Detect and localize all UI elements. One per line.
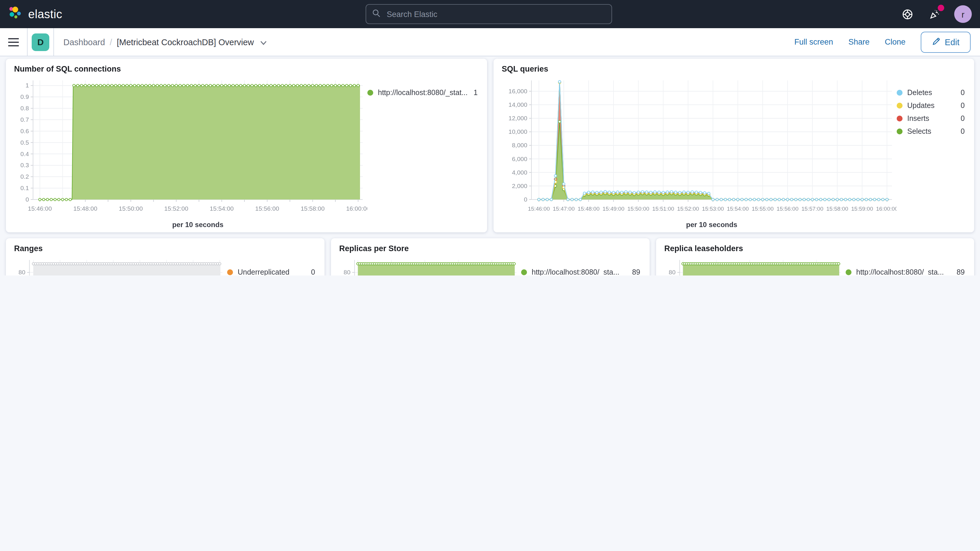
newsfeed-icon[interactable]	[927, 7, 941, 21]
legend-label[interactable]: Inserts	[907, 115, 929, 123]
svg-text:per 10 seconds: per 10 seconds	[686, 221, 737, 229]
svg-text:16,000: 16,000	[509, 88, 527, 94]
full-screen-button[interactable]: Full screen	[794, 38, 833, 46]
elastic-logo-icon	[8, 6, 23, 22]
panel-title: Number of SQL connections	[14, 65, 479, 73]
legend-label[interactable]: Selects	[907, 127, 931, 135]
svg-text:15:46:00: 15:46:00	[528, 205, 550, 212]
dashboard-panel: Replica leaseholders 0102030405060708015…	[656, 238, 974, 276]
chart[interactable]: 0102030405060708015:46:0015:48:0015:50:0…	[14, 254, 227, 276]
chart[interactable]: 00.10.20.30.40.50.60.70.80.9115:46:0015:…	[14, 75, 368, 231]
svg-text:15:48:00: 15:48:00	[578, 205, 600, 212]
panel-body: 0102030405060708015:46:0015:49:0015:52:0…	[339, 254, 641, 276]
panel-title: Replicas per Store	[339, 244, 641, 253]
svg-text:15:58:00: 15:58:00	[301, 205, 325, 212]
top-navbar: elastic	[0, 0, 980, 28]
svg-text:15:57:00: 15:57:00	[801, 205, 823, 212]
svg-text:15:46:00: 15:46:00	[28, 205, 52, 212]
panel-row-2: Ranges 0102030405060708015:46:0015:48:00…	[6, 238, 974, 276]
svg-text:15:47:00: 15:47:00	[553, 205, 575, 212]
chart[interactable]: 0102030405060708015:46:0015:49:0015:52:0…	[664, 254, 846, 276]
legend-item[interactable]: Deletes0	[897, 86, 966, 99]
chart-legend: http://localhost:8080/_sta...89	[521, 254, 641, 276]
legend-item[interactable]: http://localhost:8080/_stat...1	[368, 86, 479, 99]
panel-title: Replica leaseholders	[664, 244, 966, 253]
menu-icon[interactable]	[0, 28, 27, 56]
svg-text:0: 0	[25, 196, 29, 203]
svg-text:15:48:00: 15:48:00	[73, 205, 97, 212]
share-button[interactable]: Share	[848, 38, 869, 46]
svg-text:15:54:00: 15:54:00	[727, 205, 749, 212]
legend-label[interactable]: http://localhost:8080/_sta...	[532, 268, 619, 276]
svg-text:8,000: 8,000	[512, 142, 528, 148]
global-search[interactable]	[366, 4, 612, 24]
legend-item[interactable]: Updates0	[897, 99, 966, 112]
svg-text:15:52:00: 15:52:00	[677, 205, 699, 212]
svg-text:per 10 seconds: per 10 seconds	[172, 221, 224, 229]
legend-dot	[897, 103, 902, 108]
legend-label[interactable]: http://localhost:8080/_stat...	[378, 89, 468, 97]
user-avatar[interactable]: r	[954, 5, 972, 23]
svg-text:0.7: 0.7	[20, 116, 29, 123]
chart[interactable]: 02,0004,0006,0008,00010,00012,00014,0001…	[502, 75, 897, 231]
breadcrumb-dashboard[interactable]: Dashboard	[64, 37, 105, 47]
svg-text:80: 80	[344, 269, 350, 276]
svg-text:15:56:00: 15:56:00	[777, 205, 799, 212]
panel-row-1: Number of SQL connections 00.10.20.30.40…	[6, 59, 974, 233]
legend-item[interactable]: Selects0	[897, 125, 966, 138]
svg-text:0.1: 0.1	[20, 185, 29, 191]
legend-item[interactable]: Underreplicated0	[227, 266, 316, 276]
svg-text:0.6: 0.6	[20, 127, 29, 134]
svg-text:2,000: 2,000	[512, 183, 528, 189]
chart-legend: http://localhost:8080/_sta...89	[846, 254, 966, 276]
legend-item[interactable]: http://localhost:8080/_sta...89	[521, 266, 641, 276]
title-chevron-down-icon[interactable]	[260, 37, 267, 47]
legend-label[interactable]: http://localhost:8080/_sta...	[856, 268, 944, 276]
edit-button[interactable]: Edit	[921, 32, 970, 53]
legend-dot	[227, 269, 233, 275]
legend-label[interactable]: Underreplicated	[238, 268, 290, 276]
svg-text:80: 80	[19, 269, 25, 276]
svg-text:4,000: 4,000	[512, 169, 528, 176]
search-input[interactable]	[385, 9, 606, 19]
svg-text:1: 1	[25, 82, 29, 89]
legend-dot	[521, 269, 527, 275]
space-badge[interactable]: D	[32, 33, 49, 51]
dashboard-panel: SQL queries 02,0004,0006,0008,00010,0001…	[493, 59, 974, 233]
elastic-logo[interactable]: elastic	[0, 6, 62, 22]
legend-value: 89	[956, 268, 966, 276]
breadcrumb: Dashboard / [Metricbeat CockroachDB] Ove…	[54, 37, 267, 47]
svg-text:0: 0	[524, 196, 528, 203]
divider	[27, 28, 27, 56]
panel-body: 02,0004,0006,0008,00010,00012,00014,0001…	[502, 75, 966, 231]
svg-text:15:58:00: 15:58:00	[826, 205, 848, 212]
search-icon	[372, 8, 381, 20]
breadcrumb-separator: /	[110, 37, 112, 47]
svg-text:15:49:00: 15:49:00	[603, 205, 625, 212]
svg-text:15:50:00: 15:50:00	[627, 205, 649, 212]
svg-text:14,000: 14,000	[509, 101, 527, 108]
svg-text:0.5: 0.5	[20, 139, 29, 146]
chart-legend: http://localhost:8080/_stat...1	[368, 75, 479, 231]
svg-text:16:00:00: 16:00:00	[346, 205, 368, 212]
svg-text:15:54:00: 15:54:00	[210, 205, 234, 212]
clone-button[interactable]: Clone	[885, 38, 905, 46]
page-title: [Metricbeat CockroachDB] Overview	[117, 37, 254, 47]
legend-label[interactable]: Updates	[907, 102, 934, 110]
panel-body: 0102030405060708015:46:0015:49:0015:52:0…	[664, 254, 966, 276]
chart-legend: Underreplicated0Overreplicated0Unavailab…	[227, 254, 316, 276]
legend-item[interactable]: http://localhost:8080/_sta...89	[846, 266, 966, 276]
toolbar-actions: Full screen Share Clone Edit	[794, 32, 980, 53]
chart[interactable]: 0102030405060708015:46:0015:49:0015:52:0…	[339, 254, 521, 276]
legend-label[interactable]: Deletes	[907, 89, 932, 97]
dashboard-panel: Ranges 0102030405060708015:46:0015:48:00…	[6, 238, 325, 276]
legend-value: 0	[961, 102, 966, 110]
dashboard-grid: Number of SQL connections 00.10.20.30.40…	[0, 56, 980, 276]
legend-item[interactable]: Inserts0	[897, 112, 966, 125]
legend-value: 0	[961, 89, 966, 97]
svg-text:15:51:00: 15:51:00	[652, 205, 674, 212]
dashboard-panel: Replicas per Store 0102030405060708015:4…	[331, 238, 650, 276]
chart-legend: Deletes0Updates0Inserts0Selects0	[897, 75, 966, 231]
legend-value: 0	[311, 268, 316, 276]
help-icon[interactable]	[900, 7, 914, 21]
